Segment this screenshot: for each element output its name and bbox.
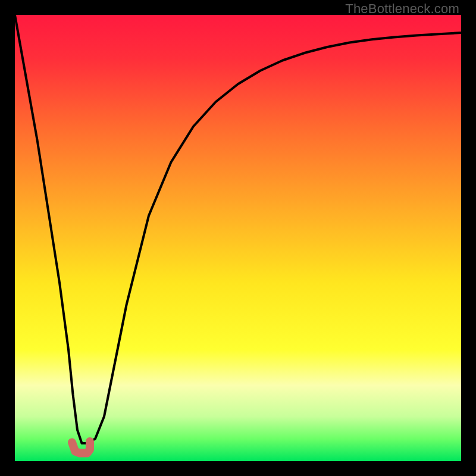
plot-area	[15, 15, 461, 461]
watermark-text: TheBottleneck.com	[345, 1, 459, 17]
gradient-background	[15, 15, 461, 461]
chart-svg	[15, 15, 461, 461]
chart-frame: TheBottleneck.com	[0, 0, 476, 476]
